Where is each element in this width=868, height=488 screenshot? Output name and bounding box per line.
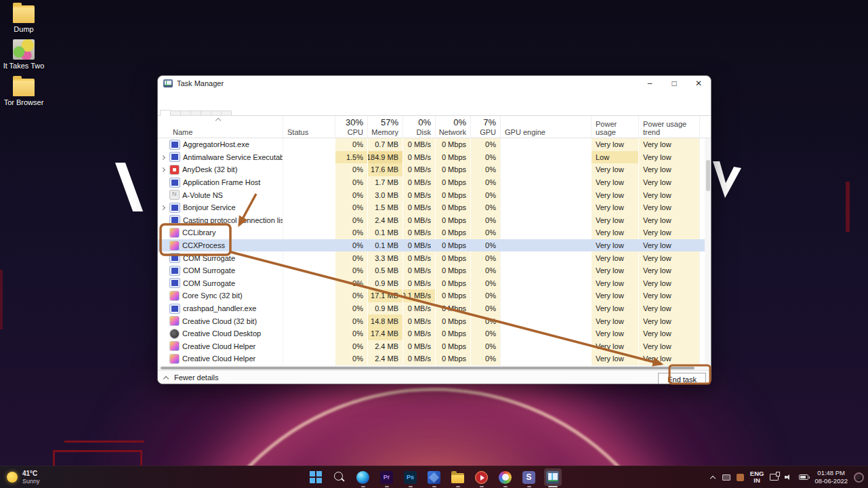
taskbar-button[interactable]: [426, 468, 443, 486]
cell-cpu: 0%: [335, 138, 367, 151]
taskbar-button[interactable]: [544, 468, 562, 486]
table-row[interactable]: CCLibrary 0% 0.1 MB 0 MB/s 0 Mbps 0% Ver…: [158, 226, 711, 239]
expand-chevron-icon[interactable]: [158, 138, 169, 151]
table-row[interactable]: Creative Cloud Helper 0% 2.4 MB 0 MB/s 0…: [158, 340, 711, 353]
expand-chevron-icon[interactable]: [158, 277, 169, 290]
tab[interactable]: [170, 110, 181, 115]
table-row[interactable]: Casting protocol connection listener 0% …: [158, 214, 711, 227]
expand-chevron-icon[interactable]: [158, 239, 169, 252]
col-cpu[interactable]: 30%CPU: [335, 116, 367, 138]
table-row[interactable]: Core Sync (32 bit) 0% 17.1 MB 0.1 MB/s 0…: [158, 289, 711, 302]
cell-network: 0 Mbps: [435, 314, 470, 327]
expand-chevron-icon[interactable]: [158, 340, 169, 353]
taskbar-button[interactable]: [473, 468, 491, 486]
cell-power-usage: Very low: [591, 289, 638, 302]
table-row[interactable]: crashpad_handler.exe 0% 0.9 MB 0 MB/s 0 …: [158, 302, 711, 315]
taskbar-button[interactable]: Pr: [378, 468, 396, 486]
col-disk[interactable]: 0%Disk: [402, 116, 435, 138]
language-indicator[interactable]: ENG IN: [750, 470, 764, 485]
scrollbar-thumb[interactable]: [706, 160, 710, 191]
expand-chevron-icon[interactable]: [158, 188, 169, 201]
clock[interactable]: 01:48 PM 08-06-2022: [814, 469, 848, 485]
expand-chevron-icon[interactable]: [158, 214, 169, 227]
tray-app-icon[interactable]: [737, 474, 744, 481]
table-row[interactable]: Bonjour Service 0% 1.5 MB 0 MB/s 0 Mbps …: [158, 201, 711, 214]
cell-cpu: 0%: [335, 314, 367, 327]
expand-chevron-icon[interactable]: [158, 314, 169, 327]
tab[interactable]: [190, 110, 201, 115]
minimize-button[interactable]: –: [638, 76, 662, 91]
expand-chevron-icon[interactable]: [158, 327, 169, 340]
expand-chevron-icon[interactable]: [158, 226, 169, 239]
cell-disk: 0.1 MB/s: [402, 289, 435, 302]
expand-chevron-icon[interactable]: [158, 302, 169, 315]
table-row[interactable]: COM Surrogate 0% 3.3 MB 0 MB/s 0 Mbps 0%…: [158, 251, 711, 264]
expand-chevron-icon[interactable]: [158, 163, 169, 176]
expand-chevron-icon[interactable]: [158, 352, 169, 365]
col-expand: [158, 116, 169, 138]
desktop-icon[interactable]: Tor Browser: [0, 76, 47, 106]
vertical-scrollbar[interactable]: [705, 138, 711, 365]
expand-chevron-icon[interactable]: [158, 176, 169, 189]
table-row[interactable]: COM Surrogate 0% 0.5 MB 0 MB/s 0 Mbps 0%…: [158, 264, 711, 277]
scrollbar-thumb[interactable]: [161, 367, 695, 369]
tab[interactable]: [211, 110, 222, 115]
col-memory[interactable]: 57%Memory: [367, 116, 402, 138]
col-network[interactable]: 0%Network: [435, 116, 470, 138]
horizontal-scrollbar[interactable]: [158, 365, 711, 370]
cell-network: 0 Mbps: [435, 176, 470, 189]
table-row[interactable]: A-Volute NS 0% 3.0 MB 0 MB/s 0 Mbps 0% V…: [158, 188, 711, 201]
table-row[interactable]: CCXProcess 0% 0.1 MB 0 MB/s 0 Mbps 0% Ve…: [158, 239, 711, 252]
taskbar-button[interactable]: S: [520, 468, 538, 486]
cell-name: AggregatorHost.exe: [169, 138, 283, 151]
cell-gpu: 0%: [470, 176, 500, 189]
col-name[interactable]: Name: [169, 116, 283, 138]
table-row[interactable]: Creative Cloud Helper 0% 2.4 MB 0 MB/s 0…: [158, 352, 711, 365]
volume-icon[interactable]: [785, 474, 793, 481]
table-row[interactable]: Antimalware Service Executable 1.5% 184.…: [158, 151, 711, 164]
taskbar-button[interactable]: [331, 468, 348, 486]
cell-gpu-engine: [500, 176, 591, 189]
cell-gpu-engine: [500, 188, 591, 201]
tab[interactable]: [160, 110, 171, 115]
cell-name: Application Frame Host: [169, 176, 283, 189]
tray-overflow-chevron-icon[interactable]: [710, 474, 716, 481]
tab[interactable]: [221, 110, 232, 115]
close-button[interactable]: ✕: [686, 76, 711, 91]
expand-chevron-icon[interactable]: [158, 151, 169, 164]
titlebar[interactable]: Task Manager – □ ✕: [158, 76, 711, 91]
battery-icon[interactable]: [799, 474, 808, 480]
expand-chevron-icon[interactable]: [158, 289, 169, 302]
taskbar-button[interactable]: [354, 468, 372, 486]
weather-widget[interactable]: 41°C Sunny: [7, 470, 40, 485]
expand-chevron-icon[interactable]: [158, 201, 169, 214]
taskbar-button[interactable]: Ps: [402, 468, 419, 486]
cell-gpu: 0%: [470, 251, 500, 264]
col-gpu-engine[interactable]: GPU engine: [500, 116, 591, 138]
taskbar-button[interactable]: [449, 468, 467, 486]
col-power-usage[interactable]: Power usage: [591, 116, 638, 138]
col-power-trend[interactable]: Power usage trend: [638, 116, 699, 138]
table-row[interactable]: AnyDesk (32 bit) 0% 17.6 MB 0 MB/s 0 Mbp…: [158, 163, 711, 176]
tab[interactable]: [180, 110, 191, 115]
notification-icon[interactable]: [854, 472, 864, 483]
table-row[interactable]: COM Surrogate 0% 0.9 MB 0 MB/s 0 Mbps 0%…: [158, 277, 711, 290]
table-row[interactable]: AggregatorHost.exe 0% 0.7 MB 0 MB/s 0 Mb…: [158, 138, 711, 151]
table-row[interactable]: Creative Cloud (32 bit) 0% 14.8 MB 0 MB/…: [158, 314, 711, 327]
tray-display-icon[interactable]: [722, 474, 730, 481]
maximize-button[interactable]: □: [662, 76, 686, 91]
table-row[interactable]: Creative Cloud Desktop 0% 17.4 MB 0 MB/s…: [158, 327, 711, 340]
taskbar-button[interactable]: [497, 468, 514, 486]
network-icon[interactable]: [770, 474, 779, 481]
expand-chevron-icon[interactable]: [158, 251, 169, 264]
fewer-details-toggle[interactable]: Fewer details: [163, 373, 218, 382]
tab[interactable]: [201, 110, 211, 115]
table-row[interactable]: Application Frame Host 0% 1.7 MB 0 MB/s …: [158, 176, 711, 189]
desktop-icon[interactable]: Dump: [0, 3, 47, 33]
end-task-button[interactable]: End task: [658, 373, 706, 384]
expand-chevron-icon[interactable]: [158, 264, 169, 277]
taskbar-button[interactable]: [307, 468, 325, 486]
col-status[interactable]: Status: [283, 116, 335, 138]
col-gpu[interactable]: 7%GPU: [470, 116, 500, 138]
desktop-icon[interactable]: It Takes Two: [0, 39, 47, 70]
